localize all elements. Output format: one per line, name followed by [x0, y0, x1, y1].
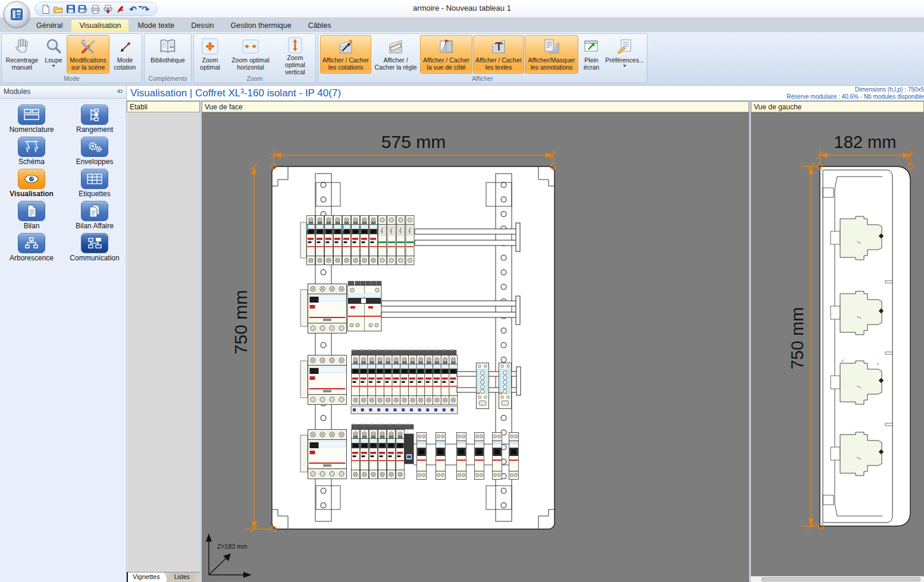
button-label: Cacher la règle — [374, 64, 416, 71]
toggle-regle-button[interactable]: Afficher / Cacher la règle — [372, 35, 419, 74]
show-side-view-icon — [436, 36, 456, 56]
sidebar-item-rangement[interactable]: Rangement — [63, 105, 126, 134]
communication-icon — [81, 233, 108, 253]
group-label-mode: Mode — [2, 75, 142, 82]
button-label: Afficher/Masquer — [528, 56, 575, 64]
tab-vignettes[interactable]: Vignettes — [128, 572, 168, 582]
zoom-optimal-vertical-button[interactable]: Zoom optimal vertical — [277, 35, 314, 74]
tab-dessin[interactable]: Dessin — [183, 20, 221, 32]
button-label: Afficher / Cacher — [322, 56, 369, 64]
sidebar-item-communication[interactable]: Communication — [63, 233, 126, 262]
button-label: Zoom optimal — [277, 54, 313, 68]
sidebar-item-nomenclature[interactable]: Nomenclature — [0, 105, 63, 134]
zoom-vertical-icon — [285, 36, 305, 54]
zoom-optimal-horizontal-button[interactable]: Zoom optimal horizontal — [225, 35, 276, 74]
button-label: cotation — [114, 64, 136, 71]
button-label: les textes — [486, 64, 512, 71]
sidebar-item-bilan-affaire[interactable]: Bilan Affaire — [63, 201, 126, 230]
side-view-canvas[interactable]: 182 mm 750 mm — [751, 112, 924, 576]
button-label: Afficher / Cacher — [423, 56, 469, 64]
ribbon-tab-strip: Général Visualisation Mode texte Dessin … — [0, 18, 924, 32]
button-label: Mode — [117, 56, 133, 64]
ribbon: Recentrage manuel Loupe Modif — [0, 32, 924, 86]
front-view-header: Vue de face — [202, 101, 749, 112]
sidebar-item-arborescence[interactable]: Arborescence — [0, 233, 63, 262]
side-view-header: Vue de gauche — [751, 101, 924, 112]
show-ruler-icon — [386, 36, 406, 56]
side-width-dimension: 182 mm — [834, 133, 897, 152]
tab-mode-texte[interactable]: Mode texte — [130, 20, 182, 32]
loupe-button[interactable]: Loupe — [41, 35, 66, 74]
button-label: la vue de côté — [427, 64, 465, 71]
cabinet-front-drawing — [272, 166, 555, 529]
button-label: Afficher / — [383, 56, 408, 64]
etabli-workbench-area[interactable] — [127, 112, 200, 572]
sidebar-item-schema[interactable]: Schéma — [0, 137, 63, 166]
cabinet-side-drawing — [820, 166, 910, 526]
app-logo-icon — [9, 7, 24, 22]
dimension-arrow-icon — [115, 36, 135, 56]
modules-panel-header: Modules — [0, 86, 126, 99]
button-label: Zoom — [202, 56, 218, 64]
button-label: Recentrage — [6, 56, 38, 64]
side-view-horizontal-scrollbar[interactable] — [751, 576, 924, 582]
toggle-textes-button[interactable]: Afficher / Cacher les textes — [473, 35, 524, 74]
modules-sidebar: Modules Nomenclature Rangement — [0, 86, 127, 582]
show-annotations-icon — [541, 36, 562, 56]
sidebar-item-label: Arborescence — [10, 254, 54, 262]
bilan-icon — [18, 201, 45, 221]
tab-listes[interactable]: Listes — [166, 572, 198, 582]
group-label-zoom: Zoom — [194, 75, 315, 82]
group-label-complements: Compléments — [145, 75, 191, 82]
side-view-drawing: 182 mm 750 mm — [751, 112, 924, 576]
sidebar-item-label: Nomenclature — [10, 125, 54, 134]
modifications-scene-button[interactable]: Modifications sur la scène — [67, 35, 109, 74]
ribbon-group-afficher: Afficher / Cacher les cotations Afficher… — [318, 33, 647, 83]
plein-ecran-button[interactable]: Plein écran — [579, 35, 604, 74]
button-label: écran — [584, 64, 599, 71]
button-label: Plein — [584, 56, 598, 64]
visualisation-eye-icon — [18, 169, 45, 189]
button-label: les annotations — [531, 64, 573, 71]
sidebar-item-visualisation[interactable]: Visualisation — [0, 169, 63, 198]
tab-visualisation[interactable]: Visualisation — [71, 20, 129, 32]
ribbon-group-mode: Recentrage manuel Loupe Modif — [1, 33, 142, 83]
ribbon-group-complements: Bibliothèque Compléments — [144, 33, 192, 83]
toggle-vue-de-cote-button[interactable]: Afficher / Cacher la vue de côté — [420, 35, 472, 74]
sidebar-item-enveloppes[interactable]: Enveloppes — [63, 137, 126, 166]
toggle-annotations-button[interactable]: Afficher/Masquer les annotations — [525, 35, 578, 74]
view-title: Visualisation | Coffret XL³-160 isolant … — [127, 87, 341, 99]
etabli-tab-strip: Vignettes Listes — [127, 572, 200, 582]
zoom-fit-icon — [200, 36, 220, 56]
recentrage-manuel-button[interactable]: Recentrage manuel — [4, 35, 40, 74]
pin-icon[interactable] — [116, 88, 123, 96]
mode-cotation-button[interactable]: Mode cotation — [110, 35, 140, 74]
button-label: horizontal — [237, 64, 264, 71]
z-axis-label: Z=183 mm — [217, 543, 248, 550]
application-window: ↶ ↷ armoire - Nouveau tableau 1 Général … — [0, 0, 924, 582]
tab-gestion-thermique[interactable]: Gestion thermique — [223, 20, 299, 32]
button-label: manuel — [12, 64, 32, 71]
button-label: Afficher / Cacher — [475, 56, 522, 64]
sidebar-item-label: Etiquettes — [79, 190, 110, 198]
sidebar-item-etiquettes[interactable]: Etiquettes — [63, 169, 126, 198]
preferences-icon — [615, 36, 635, 56]
side-height-dimension: 750 mm — [788, 307, 807, 370]
dropdown-caret-icon — [52, 65, 55, 67]
zoom-optimal-button[interactable]: Zoom optimal — [196, 35, 224, 74]
tab-general[interactable]: Général — [29, 20, 70, 32]
bibliotheque-button[interactable]: Bibliothèque — [146, 35, 189, 74]
tab-cables[interactable]: Câbles — [300, 20, 339, 32]
toggle-cotations-button[interactable]: Afficher / Cacher les cotations — [320, 35, 371, 74]
modules-grid: Nomenclature Rangement Schéma — [0, 99, 126, 262]
hand-icon — [12, 36, 32, 56]
scrollbar-thumb[interactable] — [762, 577, 920, 581]
preferences-button[interactable]: Préférences... — [604, 35, 645, 74]
etabli-header: Etabli — [127, 101, 200, 112]
etiquettes-icon — [81, 169, 108, 189]
button-label: Préférences... — [605, 56, 644, 64]
application-menu-button[interactable] — [4, 1, 30, 27]
front-view-canvas[interactable]: 575 mm 750 mm — [202, 112, 749, 582]
sidebar-item-bilan[interactable]: Bilan — [0, 201, 63, 230]
show-dimensions-icon — [336, 36, 356, 56]
